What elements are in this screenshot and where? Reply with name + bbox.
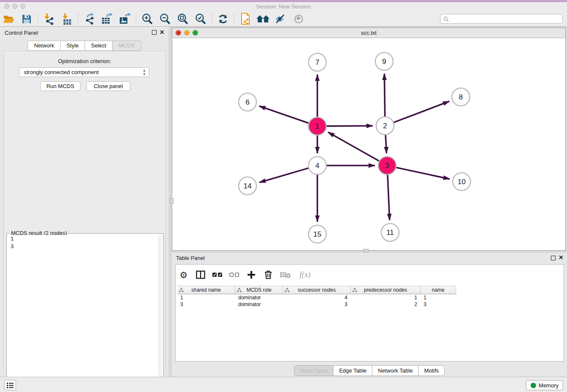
memory-label: Memory bbox=[539, 382, 559, 389]
export-table-icon[interactable] bbox=[100, 13, 114, 25]
node-3[interactable]: 3 bbox=[378, 157, 396, 174]
node-6[interactable]: 6 bbox=[239, 93, 256, 111]
window-title: Session: New Session bbox=[0, 3, 567, 10]
result-scrollbar[interactable] bbox=[158, 235, 162, 392]
control-panel: Control Panel ✕ NetworkStyleSelectMCDS O… bbox=[0, 27, 169, 377]
settings-gear-icon[interactable]: ⚙ bbox=[178, 269, 189, 280]
edge-2-9[interactable] bbox=[384, 74, 385, 116]
edge-3-1[interactable] bbox=[328, 132, 379, 161]
column-header-MCDS-role[interactable]: MCDS role bbox=[235, 286, 283, 294]
svg-text:11: 11 bbox=[386, 229, 394, 237]
column-header-name[interactable]: name bbox=[421, 286, 456, 294]
apply-layout-icon[interactable] bbox=[216, 13, 230, 25]
network-canvas[interactable]: 7968124314101511 bbox=[172, 38, 565, 250]
tab-node-table[interactable]: Node Table bbox=[294, 365, 334, 376]
run-mcds-button[interactable]: Run MCDS bbox=[40, 81, 80, 91]
tab-network-table[interactable]: Network Table bbox=[372, 365, 418, 376]
node-table: shared nameMCDS rolesuccessor nodesprede… bbox=[177, 286, 456, 308]
node-2[interactable]: 2 bbox=[376, 117, 394, 135]
svg-text:7: 7 bbox=[315, 58, 319, 66]
edge-2-8[interactable] bbox=[394, 101, 449, 122]
node-14[interactable]: 14 bbox=[239, 177, 256, 195]
control-panel-title: Control Panel bbox=[5, 30, 38, 36]
result-item[interactable]: 1 bbox=[8, 235, 158, 243]
table-panel: Table Panel ✕ ⚙ f(x) bbox=[172, 253, 567, 377]
close-panel-icon[interactable]: ✕ bbox=[160, 29, 165, 35]
close-table-panel-icon[interactable]: ✕ bbox=[559, 254, 564, 260]
svg-text:9: 9 bbox=[382, 58, 386, 66]
control-panel-header: Control Panel ✕ bbox=[0, 27, 169, 38]
float-table-panel-icon[interactable] bbox=[551, 256, 556, 260]
table-row[interactable]: 3dominator323 bbox=[177, 301, 456, 308]
edge-2-3[interactable] bbox=[385, 135, 386, 153]
node-8[interactable]: 8 bbox=[452, 88, 470, 106]
column-header-predecessor-nodes[interactable]: predecessor nodes bbox=[351, 286, 421, 294]
mcds-result-list[interactable]: 13 bbox=[8, 235, 158, 392]
add-row-icon[interactable] bbox=[246, 269, 257, 280]
show-hide-graphics-icon[interactable] bbox=[274, 13, 288, 25]
node-15[interactable]: 15 bbox=[308, 225, 326, 243]
node-7[interactable]: 7 bbox=[308, 53, 326, 71]
table-cell: 4 bbox=[283, 294, 351, 301]
node-10[interactable]: 10 bbox=[453, 173, 471, 190]
eye-icon[interactable] bbox=[292, 13, 306, 25]
import-network-icon[interactable] bbox=[42, 13, 56, 25]
tab-network[interactable]: Network bbox=[28, 41, 61, 51]
open-file-icon[interactable] bbox=[2, 13, 16, 25]
node-1[interactable]: 1 bbox=[308, 117, 326, 135]
import-table-icon[interactable] bbox=[60, 13, 74, 25]
edge-3-11[interactable] bbox=[388, 175, 390, 220]
export-network-icon[interactable] bbox=[82, 13, 96, 25]
select-all-icon[interactable] bbox=[212, 269, 223, 280]
delete-table-icon[interactable] bbox=[280, 269, 291, 280]
table-cell: dominator bbox=[235, 294, 283, 301]
edge-1-6[interactable] bbox=[259, 106, 308, 123]
svg-text:4: 4 bbox=[315, 162, 319, 170]
svg-text:1: 1 bbox=[315, 122, 319, 130]
toolbar-separator bbox=[212, 14, 212, 25]
tab-style[interactable]: Style bbox=[61, 41, 85, 51]
close-panel-button[interactable]: Close panel bbox=[86, 81, 130, 91]
zoom-selected-icon[interactable] bbox=[193, 13, 208, 25]
save-session-icon[interactable] bbox=[19, 13, 34, 25]
node-9[interactable]: 9 bbox=[375, 52, 393, 70]
search-input[interactable] bbox=[449, 14, 562, 23]
svg-text:14: 14 bbox=[244, 182, 252, 190]
node-11[interactable]: 11 bbox=[381, 224, 399, 241]
network-window-titlebar[interactable]: ✕ − + scc.txt bbox=[172, 28, 565, 38]
deselect-all-icon[interactable] bbox=[229, 269, 240, 280]
edge-4-14[interactable] bbox=[259, 168, 308, 182]
function-builder-icon[interactable]: f(x) bbox=[297, 269, 314, 280]
network-document-icon[interactable] bbox=[238, 13, 253, 25]
column-layout-icon[interactable] bbox=[195, 269, 206, 280]
memory-button[interactable]: Memory bbox=[526, 380, 563, 390]
tab-edge-table[interactable]: Edge Table bbox=[333, 365, 372, 376]
edge-1-2[interactable] bbox=[327, 126, 373, 126]
table-body: 1dominator4113dominator323 bbox=[177, 294, 456, 308]
vertical-splitter-grip[interactable] bbox=[170, 198, 173, 204]
export-image-icon[interactable] bbox=[118, 13, 132, 25]
zoom-in-icon[interactable] bbox=[140, 13, 154, 25]
zoom-out-icon[interactable] bbox=[158, 13, 172, 25]
node-4[interactable]: 4 bbox=[308, 157, 326, 174]
table-row[interactable]: 1dominator411 bbox=[177, 294, 456, 301]
search-box[interactable] bbox=[440, 14, 563, 24]
column-header-successor-nodes[interactable]: successor nodes bbox=[283, 286, 351, 294]
tab-mcds[interactable]: MCDS bbox=[113, 41, 141, 51]
list-icon bbox=[6, 382, 14, 389]
zoom-fit-icon[interactable] bbox=[176, 13, 190, 25]
home-icon[interactable] bbox=[256, 13, 270, 25]
column-header-shared-name[interactable]: shared name bbox=[177, 286, 235, 294]
tab-motifs[interactable]: Motifs bbox=[418, 365, 445, 376]
horizontal-splitter-grip[interactable] bbox=[363, 249, 369, 252]
show-panels-button[interactable] bbox=[4, 380, 16, 390]
toolbar-separator bbox=[234, 14, 234, 25]
svg-text:15: 15 bbox=[314, 230, 322, 238]
float-panel-icon[interactable] bbox=[152, 30, 157, 35]
tab-select[interactable]: Select bbox=[85, 41, 113, 51]
table-cell: dominator bbox=[235, 301, 283, 308]
optimization-criterion-select[interactable]: strongly connected component ▲▼ bbox=[19, 67, 149, 77]
delete-row-icon[interactable] bbox=[263, 269, 274, 280]
result-item[interactable]: 3 bbox=[8, 243, 158, 250]
edge-3-10[interactable] bbox=[396, 168, 450, 179]
